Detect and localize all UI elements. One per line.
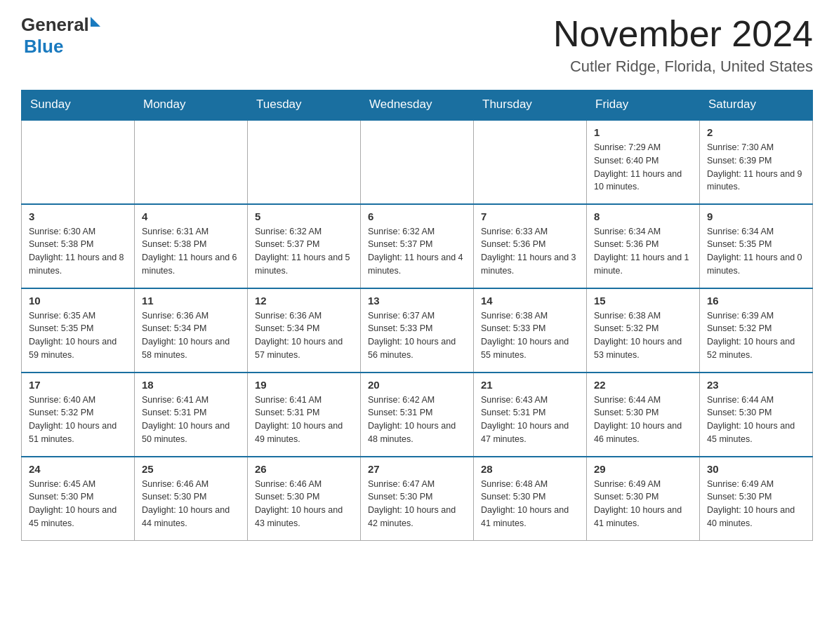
calendar-cell: 2Sunrise: 7:30 AM Sunset: 6:39 PM Daylig… xyxy=(700,120,813,204)
calendar-cell: 8Sunrise: 6:34 AM Sunset: 5:36 PM Daylig… xyxy=(587,204,700,288)
weekday-header-friday: Friday xyxy=(587,90,700,120)
calendar-cell: 19Sunrise: 6:41 AM Sunset: 5:31 PM Dayli… xyxy=(248,373,361,457)
calendar-cell: 25Sunrise: 6:46 AM Sunset: 5:30 PM Dayli… xyxy=(135,457,248,541)
calendar-cell: 14Sunrise: 6:38 AM Sunset: 5:33 PM Dayli… xyxy=(474,288,587,373)
calendar-cell: 22Sunrise: 6:44 AM Sunset: 5:30 PM Dayli… xyxy=(587,373,700,457)
day-info: Sunrise: 6:32 AM Sunset: 5:37 PM Dayligh… xyxy=(368,225,466,278)
month-title: November 2024 xyxy=(553,14,813,54)
calendar-cell: 12Sunrise: 6:36 AM Sunset: 5:34 PM Dayli… xyxy=(248,288,361,373)
day-number: 28 xyxy=(481,463,579,475)
day-number: 10 xyxy=(29,295,127,307)
calendar-week-row: 24Sunrise: 6:45 AM Sunset: 5:30 PM Dayli… xyxy=(22,457,813,541)
calendar-cell: 20Sunrise: 6:42 AM Sunset: 5:31 PM Dayli… xyxy=(361,373,474,457)
calendar-cell: 17Sunrise: 6:40 AM Sunset: 5:32 PM Dayli… xyxy=(22,373,135,457)
day-info: Sunrise: 6:46 AM Sunset: 5:30 PM Dayligh… xyxy=(255,478,353,530)
logo-arrow-icon xyxy=(91,17,100,27)
calendar-cell: 21Sunrise: 6:43 AM Sunset: 5:31 PM Dayli… xyxy=(474,373,587,457)
day-number: 6 xyxy=(368,210,466,222)
logo-blue-text: Blue xyxy=(24,36,63,57)
day-number: 29 xyxy=(594,463,692,475)
day-info: Sunrise: 6:32 AM Sunset: 5:37 PM Dayligh… xyxy=(255,225,353,278)
weekday-header-row: SundayMondayTuesdayWednesdayThursdayFrid… xyxy=(22,90,813,120)
logo-general-text: General xyxy=(21,14,89,36)
day-info: Sunrise: 6:35 AM Sunset: 5:35 PM Dayligh… xyxy=(29,309,127,362)
day-info: Sunrise: 6:41 AM Sunset: 5:31 PM Dayligh… xyxy=(142,394,240,446)
day-info: Sunrise: 6:45 AM Sunset: 5:30 PM Dayligh… xyxy=(29,478,127,530)
day-number: 30 xyxy=(707,463,805,475)
day-number: 22 xyxy=(594,379,692,391)
day-number: 9 xyxy=(707,210,805,222)
day-number: 4 xyxy=(142,210,240,222)
calendar-cell xyxy=(135,120,248,204)
calendar-cell: 1Sunrise: 7:29 AM Sunset: 6:40 PM Daylig… xyxy=(587,120,700,204)
calendar-cell: 23Sunrise: 6:44 AM Sunset: 5:30 PM Dayli… xyxy=(700,373,813,457)
calendar-cell: 13Sunrise: 6:37 AM Sunset: 5:33 PM Dayli… xyxy=(361,288,474,373)
day-number: 25 xyxy=(142,463,240,475)
day-info: Sunrise: 6:44 AM Sunset: 5:30 PM Dayligh… xyxy=(707,394,805,446)
calendar-cell: 10Sunrise: 6:35 AM Sunset: 5:35 PM Dayli… xyxy=(22,288,135,373)
day-info: Sunrise: 6:43 AM Sunset: 5:31 PM Dayligh… xyxy=(481,394,579,446)
day-info: Sunrise: 6:38 AM Sunset: 5:32 PM Dayligh… xyxy=(594,309,692,362)
calendar-cell: 9Sunrise: 6:34 AM Sunset: 5:35 PM Daylig… xyxy=(700,204,813,288)
day-number: 26 xyxy=(255,463,353,475)
location-title: Cutler Ridge, Florida, United States xyxy=(553,58,813,76)
calendar-cell: 26Sunrise: 6:46 AM Sunset: 5:30 PM Dayli… xyxy=(248,457,361,541)
weekday-header-saturday: Saturday xyxy=(700,90,813,120)
day-number: 23 xyxy=(707,379,805,391)
day-number: 15 xyxy=(594,295,692,307)
calendar-cell: 5Sunrise: 6:32 AM Sunset: 5:37 PM Daylig… xyxy=(248,204,361,288)
calendar-cell xyxy=(248,120,361,204)
calendar-cell: 29Sunrise: 6:49 AM Sunset: 5:30 PM Dayli… xyxy=(587,457,700,541)
day-info: Sunrise: 7:30 AM Sunset: 6:39 PM Dayligh… xyxy=(707,141,805,194)
day-number: 18 xyxy=(142,379,240,391)
day-info: Sunrise: 6:33 AM Sunset: 5:36 PM Dayligh… xyxy=(481,225,579,278)
calendar-cell: 6Sunrise: 6:32 AM Sunset: 5:37 PM Daylig… xyxy=(361,204,474,288)
weekday-header-monday: Monday xyxy=(135,90,248,120)
title-area: November 2024 Cutler Ridge, Florida, Uni… xyxy=(553,14,813,76)
weekday-header-thursday: Thursday xyxy=(474,90,587,120)
calendar-cell xyxy=(474,120,587,204)
day-info: Sunrise: 6:38 AM Sunset: 5:33 PM Dayligh… xyxy=(481,309,579,362)
calendar-table: SundayMondayTuesdayWednesdayThursdayFrid… xyxy=(21,90,813,541)
weekday-header-sunday: Sunday xyxy=(22,90,135,120)
logo: General xyxy=(21,14,100,36)
day-number: 1 xyxy=(594,126,692,138)
day-info: Sunrise: 6:39 AM Sunset: 5:32 PM Dayligh… xyxy=(707,309,805,362)
calendar-cell: 7Sunrise: 6:33 AM Sunset: 5:36 PM Daylig… xyxy=(474,204,587,288)
day-number: 2 xyxy=(707,126,805,138)
calendar-cell: 18Sunrise: 6:41 AM Sunset: 5:31 PM Dayli… xyxy=(135,373,248,457)
day-info: Sunrise: 6:47 AM Sunset: 5:30 PM Dayligh… xyxy=(368,478,466,530)
day-info: Sunrise: 6:49 AM Sunset: 5:30 PM Dayligh… xyxy=(594,478,692,530)
day-number: 7 xyxy=(481,210,579,222)
calendar-cell: 15Sunrise: 6:38 AM Sunset: 5:32 PM Dayli… xyxy=(587,288,700,373)
day-number: 24 xyxy=(29,463,127,475)
calendar-cell xyxy=(361,120,474,204)
day-info: Sunrise: 6:40 AM Sunset: 5:32 PM Dayligh… xyxy=(29,394,127,446)
calendar-cell: 4Sunrise: 6:31 AM Sunset: 5:38 PM Daylig… xyxy=(135,204,248,288)
calendar-week-row: 3Sunrise: 6:30 AM Sunset: 5:38 PM Daylig… xyxy=(22,204,813,288)
day-number: 17 xyxy=(29,379,127,391)
calendar-cell: 30Sunrise: 6:49 AM Sunset: 5:30 PM Dayli… xyxy=(700,457,813,541)
day-info: Sunrise: 6:44 AM Sunset: 5:30 PM Dayligh… xyxy=(594,394,692,446)
day-number: 19 xyxy=(255,379,353,391)
day-info: Sunrise: 6:49 AM Sunset: 5:30 PM Dayligh… xyxy=(707,478,805,530)
day-number: 11 xyxy=(142,295,240,307)
calendar-week-row: 1Sunrise: 7:29 AM Sunset: 6:40 PM Daylig… xyxy=(22,120,813,204)
day-info: Sunrise: 6:34 AM Sunset: 5:35 PM Dayligh… xyxy=(707,225,805,278)
day-info: Sunrise: 6:30 AM Sunset: 5:38 PM Dayligh… xyxy=(29,225,127,278)
day-info: Sunrise: 6:41 AM Sunset: 5:31 PM Dayligh… xyxy=(255,394,353,446)
day-number: 21 xyxy=(481,379,579,391)
day-number: 27 xyxy=(368,463,466,475)
day-info: Sunrise: 6:42 AM Sunset: 5:31 PM Dayligh… xyxy=(368,394,466,446)
day-info: Sunrise: 6:37 AM Sunset: 5:33 PM Dayligh… xyxy=(368,309,466,362)
day-info: Sunrise: 6:36 AM Sunset: 5:34 PM Dayligh… xyxy=(255,309,353,362)
calendar-cell: 11Sunrise: 6:36 AM Sunset: 5:34 PM Dayli… xyxy=(135,288,248,373)
day-info: Sunrise: 6:36 AM Sunset: 5:34 PM Dayligh… xyxy=(142,309,240,362)
day-info: Sunrise: 6:48 AM Sunset: 5:30 PM Dayligh… xyxy=(481,478,579,530)
day-number: 5 xyxy=(255,210,353,222)
logo-area: General Blue xyxy=(21,14,100,58)
header: General Blue November 2024 Cutler Ridge,… xyxy=(21,14,813,76)
day-number: 20 xyxy=(368,379,466,391)
calendar-cell: 16Sunrise: 6:39 AM Sunset: 5:32 PM Dayli… xyxy=(700,288,813,373)
calendar-cell: 28Sunrise: 6:48 AM Sunset: 5:30 PM Dayli… xyxy=(474,457,587,541)
